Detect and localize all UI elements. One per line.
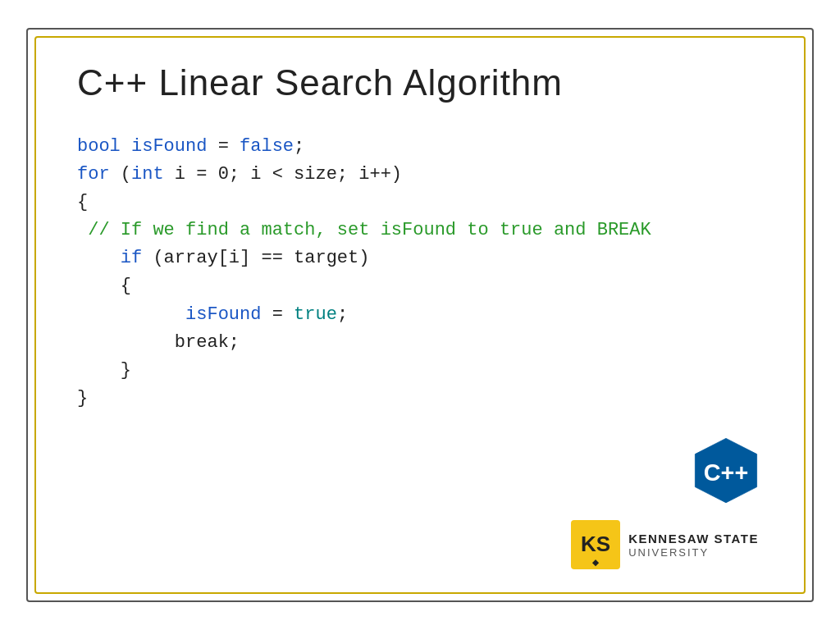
code-line-4: // If we find a match, set isFound to tr… [77, 217, 763, 244]
cpp-logo: C++ [693, 436, 759, 502]
var-isFound-2: isFound [185, 304, 261, 325]
var-isFound-1: isFound [131, 136, 207, 157]
svg-text:C++: C++ [704, 459, 748, 486]
code-line-8: break; [77, 329, 763, 357]
ksu-name-line2: UNIVERSITY [628, 546, 709, 559]
code-line-9: } [77, 357, 763, 385]
keyword-int: int [131, 164, 164, 185]
code-line-6: { [77, 272, 763, 300]
slide-title: C++ Linear Search Algorithm [77, 62, 763, 103]
code-line-1: bool isFound = false; [77, 133, 763, 161]
ksu-text-block: KENNESAW STATE UNIVERSITY [628, 532, 759, 559]
keyword-for: for [77, 164, 110, 185]
keyword-bool: bool [77, 136, 121, 157]
svg-text:◆: ◆ [591, 558, 600, 567]
keyword-if: if [121, 248, 142, 268]
val-false: false [240, 136, 294, 157]
slide-inner: C++ Linear Search Algorithm bool isFound… [34, 36, 806, 594]
ksu-logo: KS ◆ [571, 520, 620, 569]
svg-text:KS: KS [581, 532, 610, 556]
code-line-7: isFound = true; [77, 301, 763, 329]
code-line-3: { [77, 189, 763, 217]
code-line-2: for (int i = 0; i < size; i++) [77, 161, 763, 189]
ksu-brand: KS ◆ KENNESAW STATE UNIVERSITY [571, 520, 759, 569]
slide-outer: C++ Linear Search Algorithm bool isFound… [26, 28, 814, 602]
ksu-name-line1: KENNESAW STATE [628, 532, 759, 546]
comment-line: // If we find a match, set isFound to tr… [77, 220, 651, 240]
code-line-5: if (array[i] == target) [77, 244, 763, 272]
code-block: bool isFound = false; for (int i = 0; i … [77, 133, 763, 413]
val-true: true [294, 304, 337, 325]
code-line-10: } [77, 385, 763, 413]
